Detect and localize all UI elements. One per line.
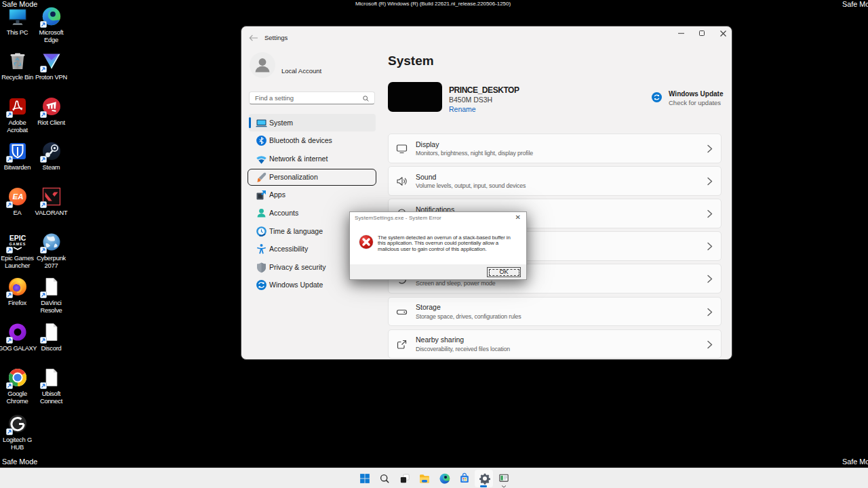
svg-text:GAMES: GAMES [9,242,26,246]
svg-text:EPIC: EPIC [9,234,26,242]
svg-text:EA: EA [12,192,23,201]
